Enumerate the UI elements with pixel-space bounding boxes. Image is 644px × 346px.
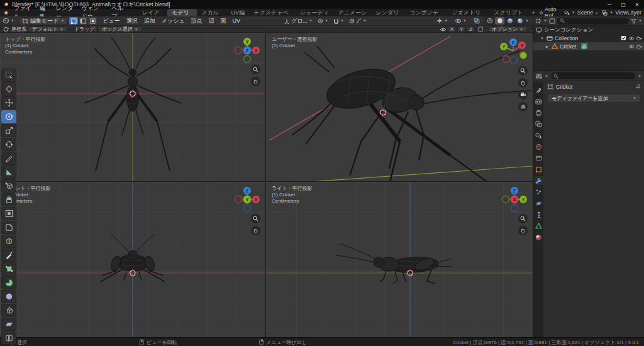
tab-uv-editing[interactable]: UV編集 — [226, 9, 249, 16]
tab-texture-paint[interactable]: テクスチャペイント — [249, 9, 296, 16]
tool-extrude[interactable] — [1, 193, 16, 206]
tool-shrink-fatten[interactable] — [1, 304, 16, 317]
viewport-right[interactable]: ライト・平行投影 (1) Cricket Centimeters — [267, 182, 533, 337]
tab-scripting[interactable]: スクリプト作成 — [489, 9, 527, 16]
face-select-button[interactable] — [88, 17, 97, 25]
menu-view[interactable]: ビュー — [99, 17, 123, 25]
outliner-search-input[interactable] — [557, 18, 629, 25]
expand-icon[interactable]: ▶ — [545, 44, 550, 48]
menu-vertex[interactable]: 頂点 — [188, 17, 206, 25]
menu-face[interactable]: 面 — [218, 17, 230, 25]
outliner-row-cricket[interactable]: ▶ Cricket — [533, 42, 644, 50]
nav-gizmo[interactable]: Y X Z — [233, 36, 262, 65]
mode-selector[interactable]: 編集モード ▼ — [19, 17, 67, 25]
pan-view-button[interactable] — [251, 226, 260, 235]
tool-rotate[interactable] — [1, 110, 16, 123]
add-workspace-button[interactable]: + — [527, 9, 539, 16]
tool-inset-faces[interactable] — [1, 207, 16, 220]
pin-icon[interactable] — [635, 84, 641, 90]
proportional-edit-toggle[interactable]: ▼ — [347, 17, 369, 25]
tab-view-layer[interactable] — [534, 120, 543, 128]
zoom-view-button[interactable] — [518, 66, 528, 75]
tool-shear[interactable] — [1, 318, 16, 331]
expand-icon[interactable]: ▼ — [540, 36, 545, 40]
properties-editor-icon[interactable] — [536, 73, 542, 79]
rendered-shading-button[interactable] — [515, 17, 525, 25]
tool-transform[interactable] — [1, 138, 16, 151]
tab-physics[interactable] — [534, 199, 543, 208]
editor-type-button[interactable]: ▼ — [0, 17, 17, 25]
edge-select-button[interactable] — [79, 17, 87, 25]
mirror-x-button[interactable]: X — [448, 26, 456, 32]
tab-particles[interactable] — [534, 187, 543, 196]
tab-animation[interactable]: アニメーション — [333, 9, 371, 16]
nav-gizmo[interactable]: Z Y X — [497, 36, 529, 65]
viewport-front[interactable]: フロント・平行投影 (1) Cricket Centimeters — [0, 182, 266, 337]
tab-scene[interactable] — [534, 131, 543, 140]
tab-material[interactable] — [534, 233, 543, 242]
viewport-top[interactable]: トップ・平行投影 (1) Cricket Centimeters — [0, 33, 266, 182]
viewlayer-selector[interactable]: ▼ ViewLayer — [602, 9, 641, 16]
tab-layout[interactable]: レイアウト — [138, 9, 167, 16]
overlays-toggle[interactable]: ▼ — [452, 17, 469, 25]
options-dropdown[interactable]: オプション ▼ — [488, 26, 527, 32]
nav-gizmo[interactable]: Z Y X — [500, 185, 529, 214]
tab-tool[interactable] — [534, 86, 543, 94]
tab-modeling[interactable]: モデリング — [167, 9, 197, 16]
pan-view-button[interactable] — [518, 78, 528, 87]
outliner-row-scene-collection[interactable]: シーンコレクション — [533, 26, 644, 34]
menu-select[interactable]: 選択 — [123, 17, 141, 25]
solid-shading-button[interactable] — [495, 17, 504, 25]
zoom-view-button[interactable] — [251, 65, 260, 74]
disable-render-camera-icon[interactable] — [636, 36, 642, 41]
pivot-point-dropdown[interactable]: ▼ — [315, 17, 331, 25]
tool-bevel[interactable] — [1, 221, 16, 234]
mirror-y-button[interactable]: Y — [457, 26, 465, 32]
snap-toggle[interactable]: ▼ — [331, 17, 347, 25]
nav-gizmo[interactable]: Z X Y — [233, 185, 262, 214]
tool-cursor[interactable] — [1, 82, 16, 96]
material-shading-button[interactable] — [505, 17, 514, 25]
viewport-user[interactable]: ユーザー・透視投影 (1) Cricket — [267, 33, 533, 182]
tool-add-cube[interactable] — [1, 179, 16, 193]
tab-world[interactable] — [534, 142, 543, 151]
tab-object-data[interactable] — [534, 221, 543, 230]
checkbox-icon[interactable] — [621, 35, 626, 41]
tool-smooth[interactable] — [1, 290, 16, 303]
tool-select-box[interactable] — [1, 69, 16, 82]
orientation-value-dropdown[interactable]: デフォルト ▼ — [28, 26, 67, 32]
pan-view-button[interactable] — [251, 77, 260, 86]
tab-shading[interactable]: シェーディング — [296, 9, 333, 16]
options-chevron-icon[interactable]: ▼ — [638, 74, 641, 78]
pan-view-button[interactable] — [518, 226, 528, 235]
breadcrumb-object[interactable]: Cricket — [556, 84, 572, 90]
tab-compositing[interactable]: コンポジティング — [405, 9, 447, 16]
tab-modifiers[interactable] — [534, 176, 543, 185]
tab-object[interactable] — [534, 165, 543, 174]
tool-poly-build[interactable] — [1, 262, 16, 276]
tool-rip-region[interactable] — [1, 332, 16, 345]
tab-output[interactable] — [534, 108, 543, 117]
mirror-z-button[interactable]: Z — [467, 26, 475, 32]
perspective-toggle-button[interactable] — [518, 102, 528, 111]
tab-rendering[interactable]: レンダリング — [372, 9, 406, 16]
viewport-canvas[interactable]: トップ・平行投影 (1) Cricket Centimeters — [0, 33, 533, 337]
disable-render-camera-icon[interactable] — [636, 44, 642, 49]
hide-eye-icon[interactable] — [628, 44, 635, 49]
tool-knife[interactable] — [1, 248, 16, 262]
unlink-icon[interactable]: ✕ — [595, 11, 598, 15]
menu-uv[interactable]: UV — [230, 18, 244, 24]
hide-eye-icon[interactable] — [628, 36, 635, 41]
outliner-row-collection[interactable]: ▼ Collection — [533, 34, 644, 42]
add-modifier-button[interactable]: モディファイアーを追加 ▼ — [547, 94, 641, 103]
tool-measure[interactable] — [1, 165, 16, 179]
display-mode-icon[interactable] — [549, 18, 555, 24]
zoom-view-button[interactable] — [518, 214, 528, 223]
tab-render[interactable] — [534, 97, 543, 106]
snap-options-icon[interactable] — [477, 26, 484, 32]
tool-spin[interactable] — [1, 276, 16, 289]
properties-search-input[interactable] — [551, 72, 635, 79]
tool-move[interactable] — [1, 96, 16, 109]
scene-selector[interactable]: ▼ Scene ✕ — [564, 9, 599, 16]
show-gizmo-toggle[interactable]: ▼ — [434, 17, 450, 25]
